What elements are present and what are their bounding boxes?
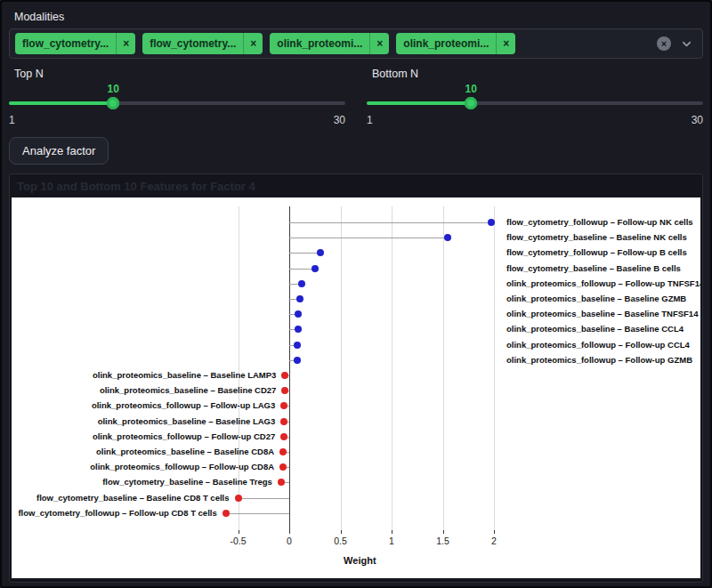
point-label: olink_proteomics_baseline – Baseline TNF… <box>506 309 698 318</box>
point-label: flow_cytometry_baseline – Baseline NK ce… <box>506 232 687 242</box>
data-point <box>295 326 302 333</box>
tag-remove-icon[interactable]: × <box>243 33 263 54</box>
data-point <box>294 357 301 364</box>
point-label: flow_cytometry_followup – Follow-up NK c… <box>506 217 693 227</box>
slider-track[interactable] <box>9 101 345 105</box>
point-label: olink_proteomics_baseline – Baseline GZM… <box>506 294 686 303</box>
point-label: olink_proteomics_followup – Follow-up CC… <box>506 340 690 350</box>
modality-tag-label: flow_cytometry... <box>142 37 243 50</box>
data-point <box>295 310 302 318</box>
x-tick-label: 0 <box>271 536 307 546</box>
data-point <box>280 402 287 409</box>
slider-range-labels: 1 30 <box>9 114 345 126</box>
point-label: olink_proteomics_followup – Follow-up CD… <box>90 462 274 471</box>
x-tick-label: 1 <box>374 536 409 546</box>
modality-tag-label: olink_proteomi... <box>396 37 496 50</box>
data-point <box>279 463 287 471</box>
point-label: olink_proteomics_followup – Follow-up LA… <box>92 400 275 410</box>
chart-title: Top 10 and Bottom 10 Features for Factor… <box>12 174 700 197</box>
data-point <box>278 479 285 486</box>
point-label: olink_proteomics_followup – Follow-up GZ… <box>506 355 692 365</box>
data-point <box>298 280 305 287</box>
chart-card: Top 10 and Bottom 10 Features for Factor… <box>9 173 703 583</box>
point-label: flow_cytometry_baseline – Baseline Tregs <box>102 477 272 487</box>
data-point <box>222 510 230 517</box>
modalities-label: Modalities <box>14 11 703 23</box>
tick-mark <box>341 530 342 534</box>
point-label: olink_proteomics_baseline – Baseline CD8… <box>96 447 274 456</box>
bottom-n-slider[interactable]: 10 <box>367 85 703 114</box>
data-point <box>312 265 319 272</box>
slider-max-label: 30 <box>692 114 703 126</box>
point-label: olink_proteomics_baseline – Baseline LAG… <box>98 416 276 426</box>
data-point <box>281 372 288 379</box>
zero-axis-line <box>289 206 290 530</box>
slider-min-label: 1 <box>367 114 373 126</box>
sliders-row: Top N 10 1 30 Bottom N 10 1 30 <box>9 68 703 126</box>
data-point <box>281 387 288 394</box>
slider-min-label: 1 <box>9 114 15 126</box>
point-label: olink_proteomics_baseline – Baseline LAM… <box>93 370 276 380</box>
bottom-n-slider-group: Bottom N 10 1 30 <box>367 68 703 126</box>
x-tick-label: -0.5 <box>221 536 256 546</box>
top-n-slider[interactable]: 10 <box>9 85 345 114</box>
top-n-value: 10 <box>108 83 119 95</box>
tick-mark <box>289 530 290 534</box>
modality-tag: olink_proteomi... × <box>396 33 515 54</box>
data-point <box>235 495 242 502</box>
modality-tag-label: flow_cytometry... <box>15 37 116 50</box>
slider-max-label: 30 <box>334 114 345 126</box>
top-n-label: Top N <box>14 68 345 80</box>
point-label: olink_proteomics_followup – Follow-up TN… <box>506 278 700 288</box>
selected-modality-tags: flow_cytometry... × flow_cytometry... × … <box>15 33 657 54</box>
x-axis-title: Weight <box>324 555 395 566</box>
bottom-n-label: Bottom N <box>372 68 703 80</box>
stem-line <box>239 498 290 499</box>
data-point <box>280 433 287 440</box>
factor-analysis-panel: Modalities flow_cytometry... × flow_cyto… <box>2 2 710 583</box>
bottom-n-value: 10 <box>465 83 477 95</box>
slider-range-labels: 1 30 <box>367 114 703 126</box>
modality-tag: olink_proteomi... × <box>270 33 389 54</box>
point-label: flow_cytometry_followup – Follow-up CD8 … <box>18 508 216 518</box>
gridline <box>443 206 444 530</box>
stem-line <box>289 222 491 223</box>
x-tick-label: 0.5 <box>323 536 359 546</box>
stem-line <box>226 513 289 514</box>
data-point <box>280 418 287 425</box>
point-label: olink_proteomics_baseline – Baseline CD2… <box>100 385 277 395</box>
point-label: flow_cytometry_baseline – Baseline CD8 T… <box>36 493 229 503</box>
slider-handle[interactable] <box>465 97 477 109</box>
chevron-down-icon[interactable] <box>680 37 693 51</box>
data-point <box>444 234 451 241</box>
tag-remove-icon[interactable]: × <box>116 33 135 54</box>
modalities-select[interactable]: flow_cytometry... × flow_cytometry... × … <box>9 28 703 59</box>
top-n-slider-group: Top N 10 1 30 <box>9 68 345 126</box>
data-point <box>296 295 303 302</box>
gridline <box>392 206 392 530</box>
tick-mark <box>494 530 495 534</box>
stem-line <box>289 238 448 238</box>
gridline <box>494 206 495 530</box>
clear-all-icon[interactable]: × <box>657 36 671 51</box>
tag-remove-icon[interactable]: × <box>369 33 389 54</box>
modality-tag: flow_cytometry... × <box>15 33 135 54</box>
tick-mark <box>239 530 239 534</box>
slider-handle[interactable] <box>107 97 119 109</box>
point-label: olink_proteomics_followup – Follow-up CD… <box>93 431 275 441</box>
x-tick-label: 2 <box>476 536 512 546</box>
slider-fill <box>367 101 471 105</box>
tick-mark <box>392 530 392 534</box>
stem-line <box>289 253 320 254</box>
data-point <box>279 448 287 455</box>
modality-tag: flow_cytometry... × <box>142 33 263 54</box>
modality-tag-label: olink_proteomi... <box>270 37 369 50</box>
data-point <box>317 249 324 256</box>
analyze-factor-button[interactable]: Analyze factor <box>9 137 109 165</box>
slider-track[interactable] <box>367 101 703 105</box>
data-point <box>488 219 495 226</box>
tag-remove-icon[interactable]: × <box>496 33 515 54</box>
select-controls: × <box>657 36 693 51</box>
point-label: olink_proteomics_baseline – Baseline CCL… <box>506 324 684 334</box>
point-label: flow_cytometry_baseline – Baseline B cel… <box>506 263 681 273</box>
